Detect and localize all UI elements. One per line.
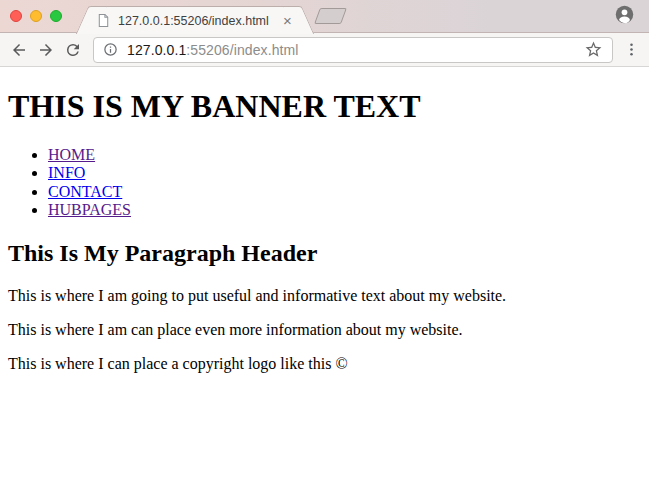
url-text: 127.0.0.1:55206/index.html bbox=[127, 42, 299, 58]
address-bar[interactable]: 127.0.0.1:55206/index.html bbox=[93, 37, 613, 63]
nav-link-list: HOME INFO CONTACT HUBPAGES bbox=[8, 146, 641, 220]
nav-link-hubpages[interactable]: HUBPAGES bbox=[48, 201, 131, 218]
banner-heading: THIS IS MY BANNER TEXT bbox=[8, 88, 641, 125]
three-dot-menu-icon bbox=[623, 41, 640, 58]
reload-icon bbox=[64, 41, 82, 59]
tab-close-icon[interactable]: × bbox=[279, 13, 296, 28]
window-zoom-button[interactable] bbox=[50, 10, 62, 22]
forward-button[interactable] bbox=[32, 36, 59, 63]
url-path: :55206/index.html bbox=[186, 42, 298, 58]
back-button[interactable] bbox=[5, 36, 32, 63]
url-host: 127.0.0.1 bbox=[127, 42, 186, 58]
arrow-right-icon bbox=[37, 41, 55, 59]
reload-button[interactable] bbox=[59, 36, 86, 63]
browser-tab[interactable]: 127.0.0.1:55206/index.html × bbox=[92, 6, 298, 34]
nav-link-contact[interactable]: CONTACT bbox=[48, 183, 122, 200]
list-item: HUBPAGES bbox=[48, 201, 641, 219]
document-icon bbox=[96, 13, 111, 28]
paragraph: This is where I am going to put useful a… bbox=[8, 287, 641, 305]
tab-strip: 127.0.0.1:55206/index.html × bbox=[0, 0, 649, 33]
navigation-toolbar: 127.0.0.1:55206/index.html bbox=[0, 33, 649, 67]
list-item: INFO bbox=[48, 164, 641, 182]
tab-title: 127.0.0.1:55206/index.html bbox=[118, 14, 279, 28]
browser-menu-button[interactable] bbox=[620, 36, 642, 63]
paragraph: This is where I am can place even more i… bbox=[8, 321, 641, 339]
window-minimize-button[interactable] bbox=[30, 10, 42, 22]
list-item: CONTACT bbox=[48, 183, 641, 201]
bookmark-star-icon[interactable] bbox=[584, 40, 603, 59]
nav-link-home[interactable]: HOME bbox=[48, 146, 95, 163]
person-icon[interactable] bbox=[615, 5, 634, 24]
paragraph: This is where I can place a copyright lo… bbox=[8, 355, 641, 373]
nav-link-info[interactable]: INFO bbox=[48, 164, 85, 181]
window-controls bbox=[10, 10, 62, 22]
section-heading: This Is My Paragraph Header bbox=[8, 240, 641, 267]
window-close-button[interactable] bbox=[10, 10, 22, 22]
arrow-left-icon bbox=[10, 41, 28, 59]
browser-window: 127.0.0.1:55206/index.html × bbox=[0, 0, 649, 484]
new-tab-button[interactable] bbox=[314, 8, 347, 24]
site-info-icon[interactable] bbox=[103, 42, 118, 57]
list-item: HOME bbox=[48, 146, 641, 164]
web-page-content: THIS IS MY BANNER TEXT HOME INFO CONTACT… bbox=[0, 67, 649, 484]
